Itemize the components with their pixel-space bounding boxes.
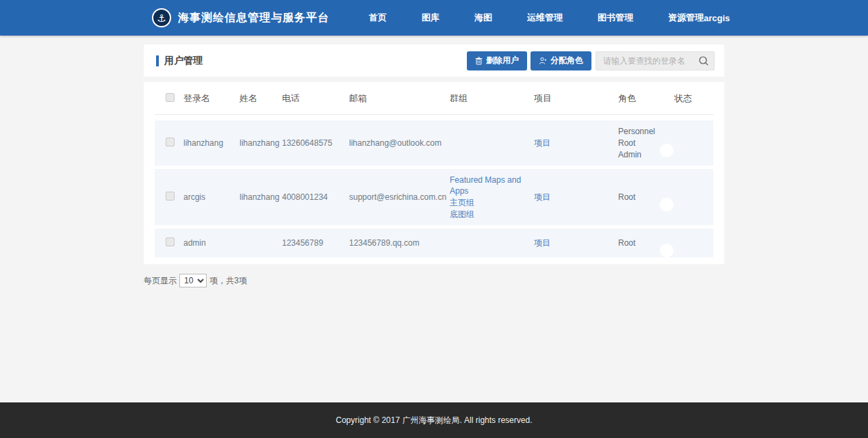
nav-item-book-management[interactable]: 图书管理 [598,1,633,35]
cell-login: arcgis [183,192,240,203]
table-row: lihanzhang lihanzhang 13260648575 lihanz… [155,120,713,166]
cell-email: lihanzhang@outlook.com [349,138,450,149]
project-link[interactable]: 项目 [534,138,550,148]
header-role: 角色 [618,93,674,104]
assign-role-label: 分配角色 [550,55,583,66]
footer: Copyright © 2017 广州海事测绘局. All rights res… [0,402,868,438]
nav-item-ops-management[interactable]: 运维管理 [527,1,563,35]
page-size-select[interactable]: 10 [179,274,207,287]
nav-menu: 首页 图库 海图 运维管理 图书管理 资源管理 [369,1,704,35]
nav-item-seachart[interactable]: 海图 [474,1,492,35]
cell-name: lihanzhang [240,192,282,203]
anchor-logo-icon: ⚓ [152,8,171,27]
delete-user-label: 删除用户 [486,55,519,66]
top-navbar: ⚓ 海事测绘信息管理与服务平台 首页 图库 海图 运维管理 图书管理 资源管理 … [0,0,868,36]
pagination-prefix: 每页显示 [144,275,177,287]
nav-item-gallery[interactable]: 图库 [422,1,439,35]
nav-item-home[interactable]: 首页 [369,1,387,35]
select-all-checkbox[interactable] [166,93,175,102]
user-table-card: 登录名 姓名 电话 邮箱 群组 项目 角色 状态 lihanzhang liha… [144,82,724,264]
brand: ⚓ 海事测绘信息管理与服务平台 [152,8,329,27]
role-item: Personnel [618,126,674,137]
cell-groups: Featured Maps and Apps 主页组 底图组 [450,175,534,220]
cell-name: lihanzhang [240,138,282,149]
person-role-icon [539,57,547,65]
delete-user-button[interactable]: 删除用户 [467,51,527,70]
header-project: 项目 [534,93,618,104]
page-title-text: 用户管理 [164,55,203,67]
toolbar-card: 用户管理 删除用户 [144,44,724,77]
pagination: 每页显示 10 项，共3项 [144,274,724,287]
header-email: 邮箱 [349,93,450,104]
assign-role-button[interactable]: 分配角色 [531,51,591,70]
header-phone: 电话 [282,93,349,104]
cell-phone: 123456789 [282,237,349,248]
cell-email: 123456789.qq.com [349,237,450,248]
trash-icon [475,57,483,65]
header-name: 姓名 [240,93,282,104]
row-checkbox[interactable] [166,237,175,246]
search-input[interactable] [596,51,715,70]
table-row: arcgis lihanzhang 4008001234 support@esr… [155,169,713,225]
nav-item-resource-management[interactable]: 资源管理 [668,1,704,35]
table-row: admin 123456789 123456789.qq.com 项目 Root [155,229,713,257]
main-content: 用户管理 删除用户 [0,36,868,402]
title-accent-bar [156,55,159,66]
search-icon[interactable] [698,55,709,69]
group-link[interactable]: Featured Maps and Apps [450,175,534,196]
cell-email: support@esrichina.com.cn [349,192,450,203]
project-link[interactable]: 项目 [534,238,550,248]
group-link[interactable]: 主页组 [450,197,534,208]
pagination-suffix: 项，共3项 [209,275,247,287]
page-title: 用户管理 [156,55,203,67]
cell-login: admin [183,237,240,248]
cell-phone: 4008001234 [282,192,349,203]
copyright-text: Copyright © 2017 广州海事测绘局. All rights res… [336,415,533,426]
cell-phone: 13260648575 [282,138,349,149]
table-header-row: 登录名 姓名 电话 邮箱 群组 项目 角色 状态 [155,82,713,115]
header-group: 群组 [450,93,534,104]
cell-login: lihanzhang [183,138,240,149]
search-box [596,51,715,70]
current-user-menu[interactable]: arcgis [704,13,730,23]
brand-title: 海事测绘信息管理与服务平台 [178,11,329,25]
group-link[interactable]: 底图组 [450,209,534,220]
header-login: 登录名 [183,93,240,104]
page: ⚓ 海事测绘信息管理与服务平台 首页 图库 海图 运维管理 图书管理 资源管理 … [0,0,868,438]
project-link[interactable]: 项目 [534,192,550,202]
header-status: 状态 [674,93,713,104]
row-checkbox[interactable] [166,192,175,201]
row-checkbox[interactable] [166,138,175,146]
